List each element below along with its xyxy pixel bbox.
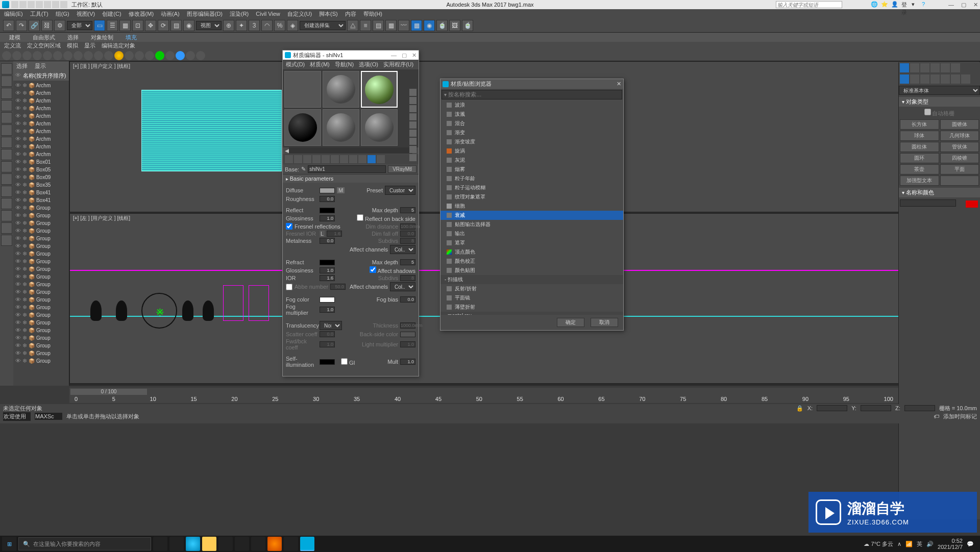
left-tool[interactable]: [1, 137, 12, 148]
left-tool[interactable]: [1, 210, 12, 221]
scene-item[interactable]: 👁 ❄ 📦 Group: [14, 204, 68, 212]
time-slider[interactable]: 0 / 100: [70, 389, 147, 395]
left-tool[interactable]: [1, 186, 12, 197]
scene-item[interactable]: 👁 ❄ 📦 Archm: [14, 143, 68, 150]
menu-create[interactable]: 创建(C): [102, 10, 121, 18]
eye-icon[interactable]: 👁: [15, 72, 21, 80]
affshad-check[interactable]: [370, 266, 376, 273]
start-button[interactable]: ⊞: [2, 537, 16, 551]
mb-ok-button[interactable]: 确定: [557, 318, 584, 327]
left-tool[interactable]: [1, 198, 12, 209]
explorer-icon[interactable]: [202, 537, 216, 551]
primitive-button[interactable]: 管状体: [940, 142, 979, 152]
selfillum-swatch[interactable]: [320, 359, 335, 365]
mb-cancel-button[interactable]: 取消: [591, 318, 618, 327]
scene-item[interactable]: 👁 ❄ 📦 Archm: [14, 128, 68, 135]
create-icon[interactable]: [155, 51, 164, 60]
ribbon-item[interactable]: 模拟: [67, 42, 78, 50]
refcoord-dropdown[interactable]: 视图: [196, 21, 222, 30]
me-tbtn[interactable]: [349, 155, 357, 163]
mb-search[interactable]: ▾ 按名称搜索…: [442, 90, 622, 99]
tray-volume[interactable]: 🔊: [926, 541, 934, 547]
cmd-subtab[interactable]: [930, 74, 940, 84]
scene-item[interactable]: 👁 ❄ 📦 Group: [14, 281, 68, 288]
taskbar-app[interactable]: [218, 537, 233, 551]
me-tbtn[interactable]: [322, 155, 330, 163]
se-select[interactable]: 选择: [16, 62, 28, 70]
spinner-snap-button[interactable]: ◈: [287, 20, 298, 31]
me-menu[interactable]: 实用程序(U): [383, 61, 413, 68]
fog-swatch[interactable]: [320, 297, 335, 303]
me-tool[interactable]: [409, 97, 416, 104]
preset-dropdown[interactable]: Custom: [385, 186, 415, 195]
mat-slot-selected[interactable]: [361, 71, 398, 108]
left-tool[interactable]: [1, 149, 12, 160]
left-tool[interactable]: [1, 112, 12, 123]
ribbon-tab[interactable]: 自由形式: [33, 34, 55, 41]
namecolor-header[interactable]: ▾ 名称和颜色: [899, 188, 980, 197]
ribbon-tab[interactable]: 对象绘制: [91, 34, 113, 41]
task-view-icon[interactable]: [153, 537, 167, 551]
mb-item[interactable]: 波浪: [440, 101, 623, 110]
mb-item[interactable]: 颜色校正: [440, 257, 623, 266]
manip-button[interactable]: ✦: [236, 20, 247, 31]
timeline[interactable]: 0 / 100 05101520253035404550556065707580…: [69, 388, 898, 403]
scene-item[interactable]: 👁 ❄ 📦 Group: [14, 250, 68, 258]
cmd-subtab[interactable]: [951, 74, 960, 84]
scene-item[interactable]: 👁 ❄ 📦 Group: [14, 349, 68, 357]
left-tool[interactable]: [1, 161, 12, 172]
mat-slot[interactable]: [323, 109, 359, 146]
tray-lang[interactable]: 英: [917, 540, 922, 548]
scene-item[interactable]: 👁 ❄ 📦 Group: [14, 273, 68, 281]
scene-item[interactable]: 👁 ❄ 📦 Group: [14, 304, 68, 311]
cmd-tab[interactable]: [951, 63, 960, 72]
create-icon[interactable]: [165, 51, 175, 60]
chevron-down-icon[interactable]: ▾: [912, 1, 919, 8]
link-button[interactable]: 🔗: [29, 20, 40, 31]
menu-content[interactable]: 内容: [345, 10, 356, 18]
scene-item[interactable]: 👁 ❄ 📦 Archm: [14, 97, 68, 105]
se-header[interactable]: 名称(按升序排序): [23, 72, 66, 80]
rough-spinner[interactable]: 0.0: [320, 196, 335, 202]
create-icon[interactable]: [176, 51, 185, 60]
coord-y[interactable]: [861, 405, 891, 411]
create-icon[interactable]: [104, 51, 113, 60]
mb-list[interactable]: 波浪泼溅混合渐变渐变坡度旋涡灰泥烟雾粒子年龄粒子运动模糊纹理对象遮罩细胞衰减贴图…: [440, 101, 623, 315]
star-icon[interactable]: ⭐: [881, 1, 888, 8]
cmd-tab-create[interactable]: [900, 63, 909, 72]
tray-notif[interactable]: 💬: [967, 541, 974, 547]
coord-x[interactable]: [817, 405, 847, 411]
help-icon[interactable]: ?: [922, 1, 929, 8]
me-close[interactable]: ✕: [412, 52, 416, 59]
mb-item[interactable]: 烟雾: [440, 165, 623, 174]
transl-dropdown[interactable]: None: [320, 321, 342, 330]
me-maximize[interactable]: ▢: [402, 52, 407, 59]
help-search-input[interactable]: [776, 1, 842, 8]
scene-item[interactable]: 👁 ❄ 📦 Archm: [14, 105, 68, 112]
me-titlebar[interactable]: 材质编辑器 - shiNv1 —▢✕: [283, 51, 419, 60]
me-tool[interactable]: [409, 138, 416, 145]
cmd-tab[interactable]: [941, 63, 950, 72]
selset-dropdown[interactable]: 创建选择集: [300, 21, 346, 30]
create-icon[interactable]: [94, 51, 103, 60]
marker-label[interactable]: 添加时间标记: [943, 413, 977, 420]
metal-spinner[interactable]: 0.0: [320, 238, 335, 244]
create-icon[interactable]: [43, 51, 52, 60]
align-button[interactable]: ≡: [360, 20, 371, 31]
abbe-check[interactable]: [286, 284, 292, 290]
scene-item[interactable]: 👁 ❄ 📦 Box35: [14, 181, 68, 189]
mb-item[interactable]: 薄壁折射: [440, 303, 623, 312]
scene-item[interactable]: 👁 ❄ 📦 Box01: [14, 158, 68, 166]
scene-item[interactable]: 👁 ❄ 📦 Group: [14, 311, 68, 319]
create-icon[interactable]: [135, 51, 144, 60]
create-icon[interactable]: [63, 51, 72, 60]
scene-item[interactable]: 👁 ❄ 📦 Archm: [14, 82, 68, 89]
primitive-button[interactable]: 几何球体: [940, 131, 979, 141]
scene-item[interactable]: 👁 ❄ 📦 Group: [14, 334, 68, 342]
unlink-button[interactable]: ⛓: [41, 20, 53, 31]
select-button[interactable]: ▭: [94, 20, 105, 31]
scroll-left[interactable]: ◀: [285, 147, 289, 154]
left-tool[interactable]: [1, 124, 12, 136]
marker-icon[interactable]: 🏷: [934, 413, 939, 419]
cmd-tab[interactable]: [920, 63, 929, 72]
